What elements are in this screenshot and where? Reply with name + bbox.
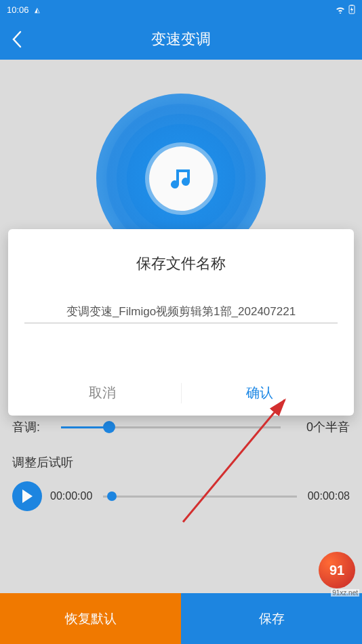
confirm-button[interactable]: 确认	[182, 371, 338, 416]
dialog-title: 保存文件名称	[24, 254, 338, 274]
watermark: 91 91xz.net	[315, 552, 359, 597]
modal-container: 保存文件名称 取消 确认	[0, 0, 362, 644]
cancel-button[interactable]: 取消	[24, 371, 181, 416]
watermark-badge: 91	[319, 552, 355, 588]
watermark-site: 91xz.net	[331, 589, 359, 597]
save-filename-dialog: 保存文件名称 取消 确认	[8, 229, 354, 416]
filename-input[interactable]	[24, 301, 338, 323]
